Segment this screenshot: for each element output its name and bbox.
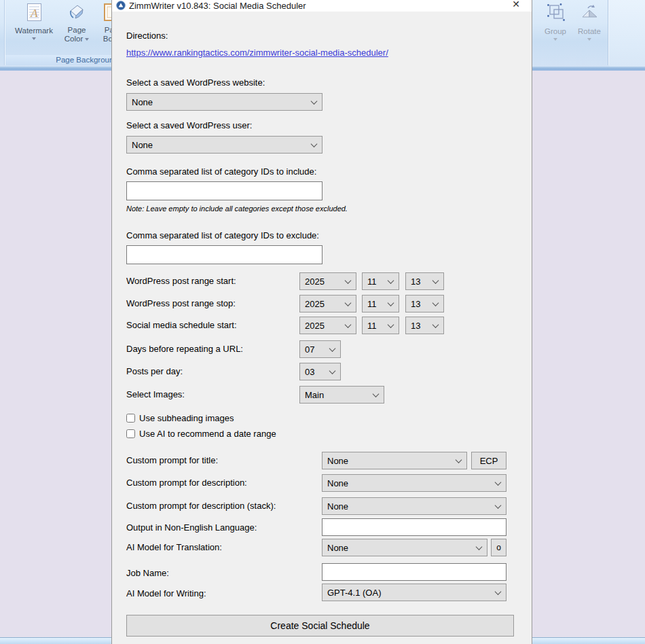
rotate-dropdown-arrow [587,38,591,41]
subheading-images-label: Use subheading images [139,413,234,423]
schedule-start-month-select[interactable]: 11 [362,317,399,334]
select-images-select[interactable]: Main [299,386,384,404]
chevron-down-icon [388,300,394,306]
post-range-start-day-select[interactable]: 13 [405,272,444,290]
post-range-start-day-value: 13 [411,276,420,287]
directions-label: Directions: [126,31,168,41]
dialog-title-bar[interactable]: ZimmWriter v10.843: Social Media Schedul… [112,0,532,12]
rotate-button[interactable]: Rotate [572,3,606,41]
chevron-down-icon [373,391,380,397]
rotate-label: Rotate [578,27,601,35]
rotate-icon [572,3,606,25]
custom-description-stack-select[interactable]: None [322,497,506,515]
chevron-down-icon [432,277,439,284]
post-range-stop-day-value: 13 [411,299,420,309]
schedule-start-day-select[interactable]: 13 [405,317,444,334]
job-name-label: Job Name: [126,568,169,578]
post-range-start-month-value: 11 [367,276,377,287]
post-range-stop-year-select[interactable]: 2025 [299,295,356,312]
custom-title-select[interactable]: None [322,452,467,469]
custom-description-label: Custom prompt for description: [126,478,247,488]
posts-per-day-select[interactable]: 03 [299,363,341,380]
wordpress-user-value: None [132,140,153,150]
custom-description-stack-value: None [327,501,348,512]
chevron-down-icon [456,457,462,463]
chevron-down-icon [495,588,502,595]
custom-title-value: None [327,456,348,466]
ecp-button[interactable]: ECP [471,452,506,469]
schedule-start-day-value: 13 [411,321,420,331]
include-categories-note: Note: Leave empty to include all categor… [126,204,348,213]
wordpress-website-value: None [132,97,153,107]
post-range-stop-month-select[interactable]: 11 [362,295,399,312]
chevron-down-icon [329,368,336,374]
post-range-stop-day-select[interactable]: 13 [405,295,444,312]
close-icon[interactable]: ✕ [509,0,523,11]
ai-writing-select[interactable]: GPT-4.1 (OA) [322,584,506,601]
post-range-stop-year-value: 2025 [305,299,325,309]
directions-link[interactable]: https://www.rankingtactics.com/zimmwrite… [126,48,388,58]
chevron-down-icon [476,543,483,550]
ribbon-right-area [609,0,645,67]
schedule-start-label: Social media schedule start: [126,320,237,330]
wordpress-website-select[interactable]: None [126,93,322,111]
group-button[interactable]: Group [537,3,574,41]
page-color-button[interactable]: Page Color [60,3,94,43]
select-images-value: Main [305,390,324,400]
chevron-down-icon [388,277,394,284]
days-before-repeat-select[interactable]: 07 [299,340,341,358]
post-range-start-label: WordPress post range start: [126,276,236,286]
custom-description-select[interactable]: None [322,474,506,492]
post-range-start-year-value: 2025 [305,276,325,287]
subheading-images-checkbox-row[interactable]: Use subheading images [126,413,234,423]
watermark-icon: A [5,3,62,24]
chevron-down-icon [495,502,502,509]
output-language-input[interactable] [322,518,506,536]
custom-title-label: Custom prompt for title: [126,455,218,465]
create-social-schedule-button[interactable]: Create Social Schedule [126,615,514,637]
job-name-input[interactable] [322,563,506,581]
custom-description-stack-label: Custom prompt for description (stack): [126,501,276,511]
zimmwriter-dialog: ZimmWriter v10.843: Social Media Schedul… [111,0,532,644]
ai-date-range-checkbox[interactable] [126,429,135,438]
watermark-label: Watermark [15,26,53,35]
post-range-start-year-select[interactable]: 2025 [299,272,356,290]
ai-date-range-label: Use AI to recommend a date range [139,429,276,439]
custom-description-value: None [327,478,348,488]
chevron-down-icon [345,300,352,306]
schedule-start-year-value: 2025 [305,321,325,331]
dialog-body: Directions: https://www.rankingtactics.c… [112,12,532,644]
dialog-title: ZimmWriter v10.843: Social Media Schedul… [129,1,306,11]
post-range-stop-label: WordPress post range stop: [126,298,236,308]
exclude-categories-input[interactable] [126,245,322,264]
group-icon [537,3,574,25]
ai-translation-value: None [327,543,348,553]
group-dropdown-arrow [553,38,557,41]
schedule-start-year-select[interactable]: 2025 [299,317,356,334]
select-images-label: Select Images: [126,389,185,399]
chevron-down-icon [345,321,352,328]
wordpress-website-label: Select a saved WordPress website: [126,77,265,88]
days-before-repeat-label: Days before repeating a URL: [126,344,243,354]
post-range-start-month-select[interactable]: 11 [362,272,399,290]
watermark-button[interactable]: A Watermark [5,3,62,40]
chevron-down-icon [432,321,439,328]
ai-date-range-checkbox-row[interactable]: Use AI to recommend a date range [126,429,276,439]
include-categories-label: Comma separated list of category IDs to … [126,166,316,177]
subheading-images-checkbox[interactable] [126,414,135,423]
wordpress-user-select[interactable]: None [126,136,322,154]
include-categories-input[interactable] [126,181,322,200]
ai-writing-label: AI Model for Writing: [126,588,206,598]
chevron-down-icon [432,300,439,306]
page-color-dropdown-arrow [85,38,89,41]
chevron-down-icon [388,321,394,328]
ai-translation-select[interactable]: None [322,539,487,556]
chevron-down-icon [311,141,318,147]
group-label: Group [545,27,566,35]
chevron-down-icon [345,277,352,284]
chevron-down-icon [495,479,502,486]
posts-per-day-label: Posts per day: [126,366,183,376]
wordpress-user-label: Select a saved WordPress user: [126,120,252,130]
translation-options-button[interactable]: o [491,539,506,556]
days-before-repeat-value: 07 [305,344,314,355]
